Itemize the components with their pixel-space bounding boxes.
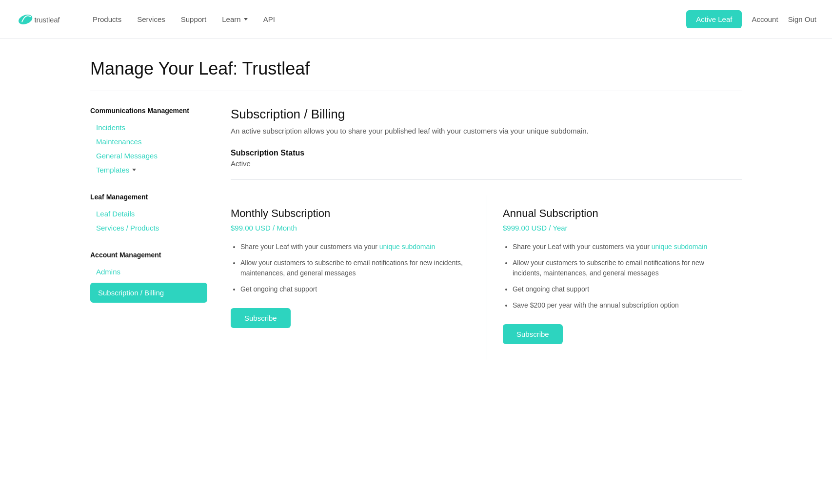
sidebar-item-maintenances[interactable]: Maintenances <box>90 135 207 149</box>
content-divider <box>231 179 742 180</box>
monthly-price: $99.00 USD / Month <box>231 224 470 232</box>
content-description: An active subscription allows you to sha… <box>231 126 742 137</box>
learn-chevron-icon <box>244 18 248 20</box>
monthly-feature-3: Get ongoing chat support <box>240 284 470 294</box>
page-title: Manage Your Leaf: Trustleaf <box>90 58 742 79</box>
nav-learn[interactable]: Learn <box>222 15 247 23</box>
sidebar-account-management-title: Account Management <box>90 251 207 259</box>
monthly-subscribe-button[interactable]: Subscribe <box>231 308 291 328</box>
monthly-subdomain-link: unique subdomain <box>379 243 435 251</box>
sidebar: Communications Management Incidents Main… <box>90 107 207 303</box>
monthly-feature-2: Allow your customers to subscribe to ema… <box>240 258 470 278</box>
sidebar-item-incidents[interactable]: Incidents <box>90 120 207 135</box>
subscription-status-value: Active <box>231 159 742 168</box>
content: Subscription / Billing An active subscri… <box>231 107 742 360</box>
main-layout: Communications Management Incidents Main… <box>90 107 742 360</box>
annual-feature-1: Share your Leaf with your customers via … <box>513 242 726 252</box>
subscription-grid: Monthly Subscription $99.00 USD / Month … <box>231 195 742 360</box>
page-container: Manage Your Leaf: Trustleaf Communicatio… <box>75 39 757 379</box>
navbar: trustleaf Products Services Support Lear… <box>0 0 832 39</box>
annual-price: $999.00 USD / Year <box>503 224 726 232</box>
annual-subdomain-link: unique subdomain <box>652 243 707 251</box>
sidebar-item-general-messages[interactable]: General Messages <box>90 149 207 163</box>
content-section-title: Subscription / Billing <box>231 107 742 122</box>
sidebar-leaf-management-title: Leaf Management <box>90 193 207 201</box>
nav-actions: Active Leaf Account Sign Out <box>686 10 816 28</box>
sidebar-communications-title: Communications Management <box>90 107 207 115</box>
svg-text:trustleaf: trustleaf <box>35 16 60 24</box>
nav-services[interactable]: Services <box>137 15 165 23</box>
active-leaf-button[interactable]: Active Leaf <box>686 10 742 28</box>
nav-account[interactable]: Account <box>752 15 778 23</box>
nav-api[interactable]: API <box>263 15 275 23</box>
annual-subscribe-button[interactable]: Subscribe <box>503 324 563 344</box>
annual-title: Annual Subscription <box>503 207 726 220</box>
sidebar-item-leaf-details[interactable]: Leaf Details <box>90 207 207 221</box>
sidebar-item-services-products[interactable]: Services / Products <box>90 221 207 235</box>
svg-point-0 <box>17 13 34 26</box>
annual-feature-3: Get ongoing chat support <box>513 284 726 294</box>
sidebar-item-admins[interactable]: Admins <box>90 265 207 279</box>
annual-features: Share your Leaf with your customers via … <box>503 242 726 310</box>
annual-feature-2: Allow your customers to subscribe to ema… <box>513 258 726 278</box>
nav-signout[interactable]: Sign Out <box>788 15 816 23</box>
sidebar-divider-2 <box>90 243 207 243</box>
monthly-title: Monthly Subscription <box>231 207 470 220</box>
nav-support[interactable]: Support <box>181 15 207 23</box>
subscription-status-label: Subscription Status <box>231 149 742 157</box>
nav-links: Products Services Support Learn API <box>93 15 686 23</box>
page-divider <box>90 91 742 91</box>
nav-products[interactable]: Products <box>93 15 121 23</box>
sidebar-item-templates[interactable]: Templates <box>90 163 207 177</box>
sidebar-divider-1 <box>90 185 207 185</box>
sidebar-item-subscription-billing[interactable]: Subscription / Billing <box>90 283 207 303</box>
annual-feature-4: Save $200 per year with the annual subsc… <box>513 300 726 310</box>
annual-subscription-card: Annual Subscription $999.00 USD / Year S… <box>487 195 742 360</box>
logo[interactable]: trustleaf <box>16 9 69 30</box>
monthly-subscription-card: Monthly Subscription $99.00 USD / Month … <box>231 195 486 360</box>
templates-chevron-icon <box>132 169 136 171</box>
monthly-feature-1: Share your Leaf with your customers via … <box>240 242 470 252</box>
monthly-features: Share your Leaf with your customers via … <box>231 242 470 294</box>
